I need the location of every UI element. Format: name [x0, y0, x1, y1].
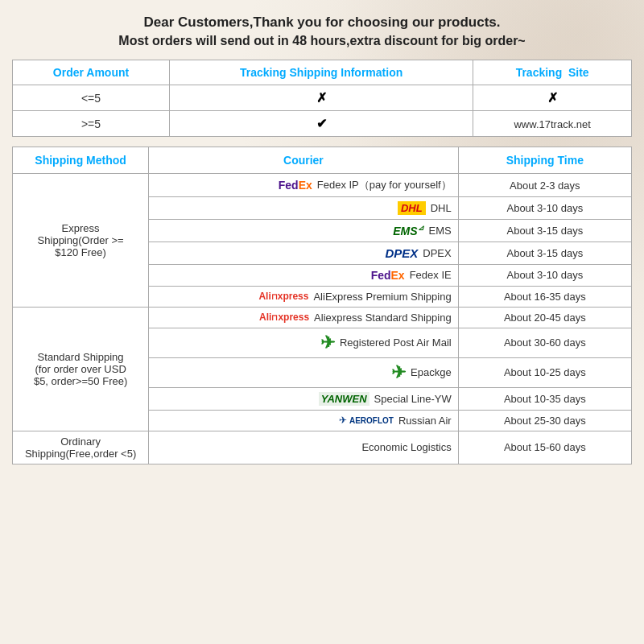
tracking-info-1: ✗: [170, 85, 473, 111]
header-line2: Most orders will send out in 48 hours,ex…: [12, 34, 632, 48]
shipping-time-header: Shipping Time: [458, 147, 631, 174]
order-amount-1: <=5: [13, 85, 170, 111]
tracking-table: Order Amount Tracking Shipping Informati…: [12, 60, 632, 137]
tracking-header-site: Tracking Site: [473, 60, 632, 85]
time-aliexpress-standard: About 20-45 days: [458, 307, 631, 328]
post-logo: ✈: [320, 332, 335, 353]
table-row: ExpressShipping(Order >=$120 Free) FedEx…: [13, 174, 632, 197]
fedex-logo: FedEx: [279, 179, 312, 192]
courier-aeroflot: ✈ AEROFLOT Russian Air: [149, 410, 459, 431]
order-amount-2: >=5: [13, 111, 170, 137]
table-row: Standard Shipping(for order over USD$5, …: [13, 307, 632, 328]
aeroflot-logo: ✈ AEROFLOT: [339, 415, 394, 426]
courier-economic: Economic Logistics: [149, 431, 459, 464]
dhl-logo: DHL: [398, 201, 426, 215]
table-row: <=5 ✗ ✗: [13, 85, 632, 111]
time-epackge: About 10-25 days: [458, 357, 631, 387]
time-yanwen: About 10-35 days: [458, 387, 631, 410]
header-line1: Dear Customers,Thank you for choosing ou…: [12, 14, 632, 31]
courier-ems: EMS⊿ EMS: [149, 220, 459, 242]
shipping-method-table: Shipping Method Courier Shipping Time Ex…: [12, 147, 632, 464]
time-dhl: About 3-10 days: [458, 197, 631, 220]
courier-fedex-ip: FedEx Fedex IP（pay for yourself）: [149, 174, 459, 197]
courier-fedex-ie: FedEx Fedex IE: [149, 264, 459, 286]
tracking-site-1: ✗: [473, 85, 632, 111]
courier-registered-post: ✈ Registered Post Air Mail: [149, 328, 459, 357]
epackge-logo: ✈: [391, 362, 406, 383]
table-row: >=5 ✔ www.17track.net: [13, 111, 632, 137]
courier-epackge: ✈ Epackge: [149, 357, 459, 387]
tracking-header-info: Tracking Shipping Information: [170, 60, 473, 85]
time-dpex: About 3-15 days: [458, 242, 631, 264]
courier-aliexpress-premium: Ali⊓xpress AliExpress Premium Shipping: [149, 286, 459, 307]
tracking-site-2: www.17track.net: [473, 111, 632, 137]
shipping-method-header: Shipping Method: [13, 147, 149, 174]
courier-yanwen: YANWEN Special Line-YW: [149, 387, 459, 410]
courier-header: Courier: [149, 147, 459, 174]
time-economic: About 15-60 days: [458, 431, 631, 464]
aliexpress-standard-logo: Ali⊓xpress: [259, 312, 309, 323]
time-fedex-ip: About 2-3 days: [458, 174, 631, 197]
time-fedex-ie: About 3-10 days: [458, 264, 631, 286]
aliexpress-premium-logo: Ali⊓xpress: [258, 291, 308, 302]
time-aliexpress-premium: About 16-35 days: [458, 286, 631, 307]
time-registered-post: About 30-60 days: [458, 328, 631, 357]
ems-logo: EMS⊿: [393, 224, 423, 237]
tracking-header-amount: Order Amount: [13, 60, 170, 85]
courier-aliexpress-standard: Ali⊓xpress Aliexpress Standard Shipping: [149, 307, 459, 328]
ordinary-shipping-cell: OrdinaryShipping(Free,order <5): [13, 431, 149, 464]
courier-dhl: DHL DHL: [149, 197, 459, 220]
express-shipping-cell: ExpressShipping(Order >=$120 Free): [13, 174, 149, 308]
courier-dpex: DPEX DPEX: [149, 242, 459, 264]
table-row: OrdinaryShipping(Free,order <5) Economic…: [13, 431, 632, 464]
tracking-table-wrapper: Order Amount Tracking Shipping Informati…: [12, 60, 632, 137]
header-section: Dear Customers,Thank you for choosing ou…: [12, 14, 632, 48]
tracking-info-2: ✔: [170, 111, 473, 137]
time-aeroflot: About 25-30 days: [458, 410, 631, 431]
time-ems: About 3-15 days: [458, 220, 631, 242]
shipping-table-wrapper: Shipping Method Courier Shipping Time Ex…: [12, 147, 632, 464]
fedex-ie-logo: FedEx: [371, 269, 405, 282]
standard-shipping-cell: Standard Shipping(for order over USD$5, …: [13, 307, 149, 431]
yanwen-logo: YANWEN: [319, 392, 369, 406]
dpex-logo: DPEX: [385, 246, 418, 260]
